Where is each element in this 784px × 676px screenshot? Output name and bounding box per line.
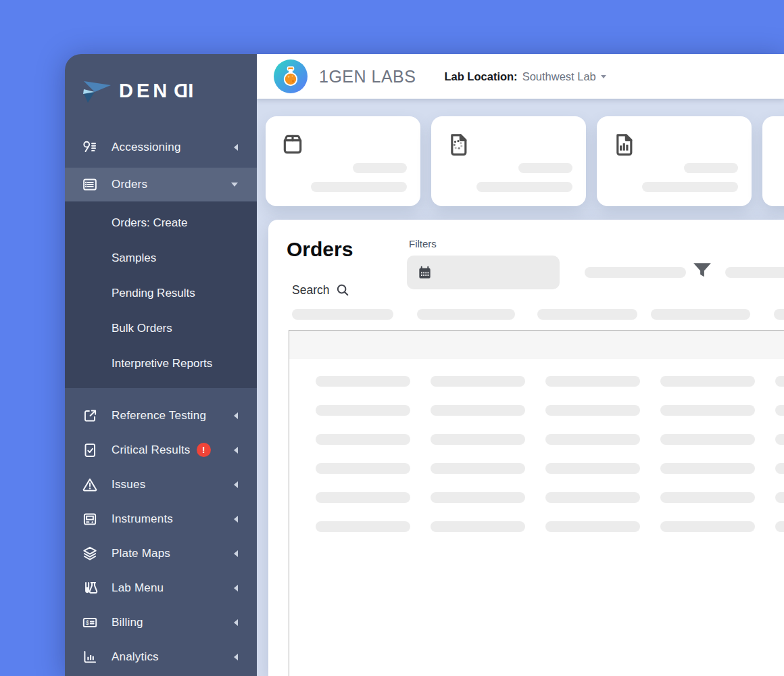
skeleton-bar <box>292 309 393 320</box>
table-row <box>289 376 784 405</box>
external-link-icon <box>81 407 101 425</box>
main-area: Orders Filters Sear <box>257 99 784 676</box>
chevron-left-icon <box>234 412 238 419</box>
skeleton-bar <box>725 267 784 278</box>
layers-icon <box>81 545 101 562</box>
org-logo <box>274 59 308 93</box>
search-control[interactable]: Search <box>292 283 350 297</box>
sidebar-nav: Accessioning Orders Orders: Create <box>65 127 257 674</box>
table-header-row <box>289 331 784 359</box>
barcode-scanner-icon <box>81 139 101 156</box>
skeleton-bar <box>316 434 410 445</box>
skeleton-bar <box>537 309 637 320</box>
skeleton-bar <box>642 182 738 192</box>
skeleton-bar <box>651 309 750 320</box>
sidebar-item-accessioning[interactable]: Accessioning <box>65 127 257 168</box>
logo-wordmark: DENDI <box>119 80 197 102</box>
sidebar-item-reference-testing[interactable]: Reference Testing <box>65 398 257 433</box>
svg-text:$: $ <box>86 619 89 626</box>
skeleton-bar <box>431 434 525 445</box>
critical-results-badge: ! <box>197 443 211 457</box>
skeleton-bar <box>774 309 784 320</box>
billing-icon: $ <box>81 614 101 631</box>
card-cut-off[interactable] <box>762 116 784 206</box>
skeleton-bar <box>775 376 784 387</box>
chevron-down-icon <box>231 183 238 187</box>
table-row <box>289 463 784 492</box>
skeleton-bar <box>431 463 525 474</box>
document-chart-icon <box>610 131 637 158</box>
skeleton-bar <box>545 463 640 474</box>
skeleton-bar <box>660 405 755 416</box>
skeleton-bar <box>518 163 572 173</box>
skeleton-bar <box>545 376 640 387</box>
caret-down-icon <box>601 75 606 78</box>
submenu-item-orders-create[interactable]: Orders: Create <box>65 206 257 241</box>
table-row <box>289 521 784 550</box>
orders-table <box>289 330 784 676</box>
app-window: DENDI Accessioning <box>65 54 784 676</box>
chevron-left-icon <box>234 654 238 660</box>
sidebar-lower-group: Reference Testing Critical Results ! <box>65 388 257 674</box>
search-icon <box>335 283 350 297</box>
org-name: 1GEN LABS <box>319 67 416 87</box>
flask-logo-icon <box>280 65 301 88</box>
calendar-icon <box>417 265 433 281</box>
chevron-left-icon <box>234 585 238 592</box>
skeleton-bar <box>775 463 784 474</box>
lab-location-dropdown[interactable]: Southwest Lab <box>522 70 606 83</box>
dendi-arrow-icon <box>80 76 115 105</box>
table-row <box>289 434 784 463</box>
skeleton-bar <box>431 492 525 503</box>
skeleton-bar <box>431 405 525 416</box>
chevron-left-icon <box>234 447 238 454</box>
submenu-item-bulk-orders[interactable]: Bulk Orders <box>65 311 257 346</box>
sidebar-item-analytics[interactable]: Analytics <box>65 639 257 674</box>
chevron-left-icon <box>234 144 238 151</box>
skeleton-bar <box>545 521 640 532</box>
order-list-icon <box>81 176 101 193</box>
sidebar-item-lab-menu[interactable]: Lab Menu <box>65 571 257 605</box>
card-orders-summary[interactable] <box>266 116 420 206</box>
sidebar: DENDI Accessioning <box>65 54 257 676</box>
document-dots-icon <box>445 131 472 158</box>
date-filter-input[interactable] <box>407 256 560 289</box>
sidebar-item-billing[interactable]: $ Billing <box>65 605 257 639</box>
sidebar-item-orders[interactable]: Orders <box>65 168 257 201</box>
sidebar-item-instruments[interactable]: Instruments <box>65 502 257 536</box>
skeleton-bar <box>545 434 640 445</box>
bar-chart-icon <box>81 648 101 666</box>
orders-panel: Orders Filters Sear <box>268 220 784 676</box>
lab-flask-icon <box>81 579 101 597</box>
warning-triangle-icon <box>81 476 101 493</box>
filter-funnel-icon[interactable] <box>692 262 712 279</box>
skeleton-bar <box>316 405 410 416</box>
skeleton-bar <box>775 492 784 503</box>
skeleton-bar <box>660 434 755 445</box>
submenu-item-interpretive-reports[interactable]: Interpretive Reports <box>65 346 257 381</box>
sidebar-item-issues[interactable]: Issues <box>65 467 257 502</box>
content-area: 1GEN LABS Lab Location: Southwest Lab <box>257 54 784 676</box>
skeleton-bar <box>660 376 755 387</box>
chevron-left-icon <box>234 516 238 523</box>
table-skeleton-rows <box>289 359 784 550</box>
chevron-left-icon <box>234 619 238 626</box>
dashboard-cards <box>257 99 784 206</box>
package-box-icon <box>279 131 306 158</box>
dendi-logo: DENDI <box>65 54 257 127</box>
chevron-left-icon <box>234 550 238 557</box>
card-pending-documents[interactable] <box>431 116 586 206</box>
skeleton-bar <box>316 463 410 474</box>
card-reports[interactable] <box>597 116 752 206</box>
skeleton-bar <box>431 376 525 387</box>
instrument-icon <box>81 510 101 528</box>
skeleton-bar <box>316 521 410 532</box>
submenu-item-pending-results[interactable]: Pending Results <box>65 276 257 311</box>
sidebar-item-critical-results[interactable]: Critical Results ! <box>65 433 257 467</box>
skeleton-bar <box>660 492 755 503</box>
skeleton-bar <box>476 182 572 192</box>
table-row <box>289 492 784 521</box>
sidebar-item-plate-maps[interactable]: Plate Maps <box>65 536 257 571</box>
submenu-item-samples[interactable]: Samples <box>65 241 257 276</box>
skeleton-bar <box>316 492 410 503</box>
